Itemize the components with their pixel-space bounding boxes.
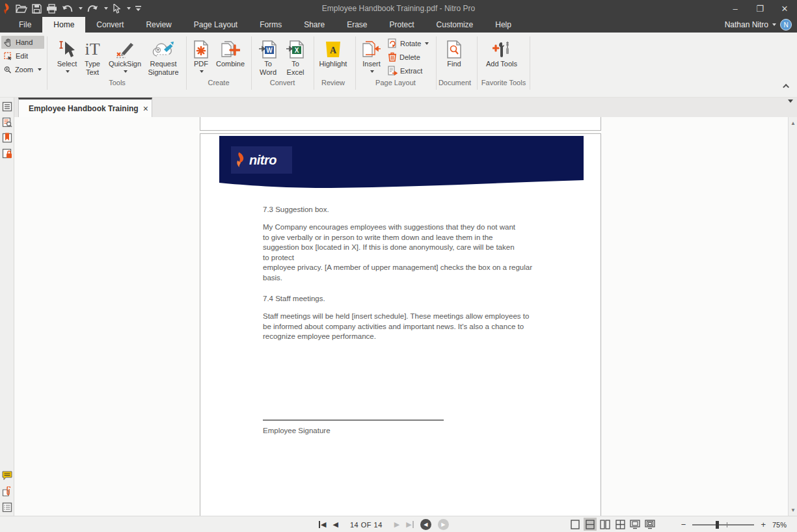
continuous-view-button[interactable] [584, 518, 597, 531]
menu-tab-customize[interactable]: Customize [426, 17, 485, 33]
quicksign-icon [115, 36, 135, 59]
menu-tab-help[interactable]: Help [484, 17, 522, 33]
window-controls: – ❐ ✕ [723, 0, 797, 17]
tab-close-icon[interactable]: × [143, 104, 148, 113]
hand-tool-label: Hand [16, 38, 33, 46]
extract-button[interactable]: Extract [388, 64, 429, 77]
menu-tab-file[interactable]: File [8, 17, 42, 33]
next-page-button[interactable]: ▶ [394, 520, 399, 529]
scroll-up-icon[interactable]: ▲ [789, 118, 797, 127]
type-text-label: Type Text [78, 60, 107, 77]
previous-view-button[interactable]: ◀ [420, 519, 431, 530]
rotate-label: Rotate [400, 40, 421, 47]
review-group-label: Review [316, 79, 350, 88]
combine-button[interactable]: Combine [213, 36, 247, 68]
fit-width-view-button[interactable] [628, 518, 642, 531]
page-14[interactable]: nitro 7.3 Suggestion box. My Company enc… [200, 133, 601, 516]
section-heading: 7.4 Staff meetings. [263, 295, 325, 302]
menu-tab-erase[interactable]: Erase [336, 17, 378, 33]
document-viewer[interactable]: nitro 7.3 Suggestion box. My Company enc… [14, 117, 788, 516]
last-page-button[interactable]: ▶ [406, 520, 413, 529]
type-text-icon: iT [85, 36, 100, 59]
account-name: Nathan Nitro [725, 20, 768, 29]
find-button[interactable]: Find [440, 36, 468, 68]
request-signature-icon [152, 36, 174, 59]
delete-icon [388, 52, 397, 62]
request-signature-button[interactable]: Request Signature [143, 36, 183, 77]
page-indicator[interactable]: 14 OF 14 [350, 521, 383, 529]
rotate-dropdown-arrow-icon [425, 42, 429, 45]
comments-panel-button[interactable] [2, 471, 12, 481]
zoom-slider-thumb[interactable] [716, 521, 719, 529]
quicksign-label: QuickSign [109, 60, 141, 68]
quad-pages-view-button[interactable] [614, 518, 627, 531]
facing-pages-view-button[interactable] [599, 518, 612, 531]
edit-tool-label: Edit [16, 52, 28, 60]
hand-icon [4, 38, 12, 47]
quicksign-dropdown-arrow-icon [124, 70, 128, 73]
menu-tab-share[interactable]: Share [293, 17, 336, 33]
account-menu[interactable]: Nathan Nitro N [725, 17, 792, 33]
zoom-slider-detent [727, 522, 727, 527]
security-panel-button[interactable] [2, 148, 12, 159]
maximize-button[interactable]: ❐ [748, 0, 772, 17]
add-tools-button[interactable]: Add Tools [484, 36, 519, 68]
close-button[interactable]: ✕ [772, 0, 797, 17]
insert-button[interactable]: Insert [359, 36, 384, 73]
fit-page-view-button[interactable] [643, 518, 656, 531]
left-panel-bar [0, 98, 14, 516]
previous-page-button[interactable]: ◀ [332, 520, 338, 529]
to-word-icon: W [259, 36, 277, 59]
status-bar: ◀ ◀ 14 OF 14 ▶ ▶ ◀ ▶ − + 75% [0, 516, 797, 532]
to-excel-button[interactable]: X To Excel [282, 36, 308, 77]
menu-tab-home[interactable]: Home [42, 17, 85, 33]
menu-tabs: File Home Convert Review Page Layout For… [8, 17, 522, 33]
zoom-icon [4, 66, 12, 74]
menu-tab-review[interactable]: Review [135, 17, 182, 33]
avatar[interactable]: N [780, 19, 792, 31]
collapse-ribbon-button[interactable] [781, 82, 792, 90]
document-tab[interactable]: Employee Handbook Training × [18, 98, 152, 117]
add-tools-label: Add Tools [486, 60, 517, 68]
tools-group-label: Tools [52, 79, 182, 88]
zoom-slider[interactable] [692, 520, 754, 530]
delete-button[interactable]: Delete [388, 50, 429, 64]
vertical-scrollbar[interactable]: ▲ ▼ [788, 117, 797, 516]
zoom-tool-button[interactable]: Zoom [1, 63, 44, 76]
rotate-button[interactable]: Rotate [388, 36, 429, 50]
hand-tool-button[interactable]: Hand [1, 36, 44, 49]
layers-panel-button[interactable] [2, 502, 12, 512]
insert-dropdown-arrow-icon [370, 70, 374, 73]
scroll-down-icon[interactable]: ▼ [789, 505, 797, 514]
menu-bar: File Home Convert Review Page Layout For… [0, 17, 797, 33]
to-word-button[interactable]: W To Word [255, 36, 281, 77]
highlight-button[interactable]: A Highlight [316, 36, 350, 68]
menu-tab-convert[interactable]: Convert [85, 17, 135, 33]
zoom-out-button[interactable]: − [681, 520, 686, 529]
menu-tab-protect[interactable]: Protect [379, 17, 426, 33]
edit-tool-button[interactable]: Edit [1, 49, 44, 62]
mode-tools: Hand Edit Zoom [1, 35, 44, 77]
menu-tab-forms[interactable]: Forms [249, 17, 293, 33]
tab-list-dropdown[interactable] [788, 103, 793, 114]
zoom-in-button[interactable]: + [761, 520, 766, 529]
minimize-button[interactable]: – [723, 0, 748, 17]
quicksign-button[interactable]: QuickSign [107, 36, 143, 73]
bookmarks-panel-button[interactable] [2, 133, 12, 143]
pages-panel-button[interactable] [2, 101, 12, 112]
type-text-button[interactable]: iT Type Text [78, 36, 107, 77]
single-page-view-button[interactable] [569, 518, 582, 531]
request-signature-label: Request Signature [143, 60, 183, 77]
attachments-panel-button[interactable] [2, 486, 12, 497]
extract-icon [388, 66, 398, 75]
account-dropdown-arrow-icon [772, 23, 776, 26]
first-page-button[interactable]: ◀ [319, 520, 326, 529]
highlight-icon: A [324, 36, 342, 59]
create-group-label: Create [189, 79, 249, 88]
next-view-button[interactable]: ▶ [438, 519, 449, 530]
search-panel-button[interactable] [2, 117, 12, 127]
menu-tab-page-layout[interactable]: Page Layout [183, 17, 249, 33]
create-pdf-button[interactable]: PDF [190, 36, 212, 73]
zoom-level[interactable]: 75% [772, 521, 790, 529]
svg-text:X: X [295, 47, 299, 54]
